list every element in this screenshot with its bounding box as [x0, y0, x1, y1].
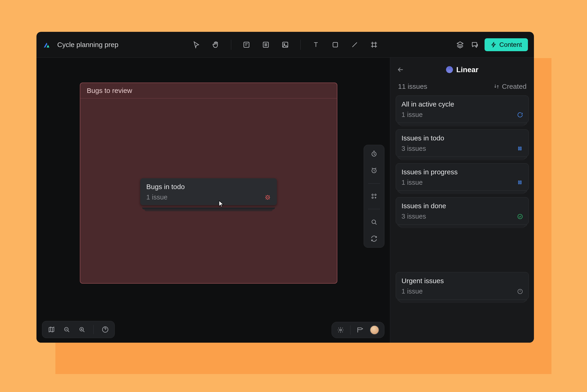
toolbar-separator: [231, 40, 231, 50]
content-button-label: Content: [499, 41, 522, 48]
svg-point-15: [340, 329, 341, 331]
alarm-icon[interactable]: [370, 167, 378, 174]
cursor-tool-icon[interactable]: [192, 40, 201, 49]
note-tool-icon[interactable]: [242, 40, 251, 49]
back-icon[interactable]: [397, 66, 404, 74]
frame-tool-icon[interactable]: [370, 40, 378, 49]
settings-user-icon[interactable]: [337, 326, 344, 334]
user-avatar[interactable]: [370, 325, 379, 334]
bottom-right-toolbar: [332, 322, 384, 338]
cursor-pointer-icon: [217, 200, 226, 208]
search-icon[interactable]: [370, 218, 378, 226]
progress-status-icon: [517, 180, 523, 186]
image-tool-icon[interactable]: [281, 40, 289, 49]
svg-point-9: [375, 194, 376, 196]
document-title[interactable]: Cycle planning prep: [57, 41, 118, 49]
issue-card[interactable]: Issues in todo 3 issues: [396, 129, 529, 157]
toolbar-separator: [94, 325, 94, 334]
app-logo-icon[interactable]: [43, 40, 51, 49]
issue-summary: 11 issues: [398, 82, 427, 90]
issue-card-title: All in active cycle: [401, 100, 523, 108]
svg-rect-16: [518, 147, 519, 150]
sort-icon: [493, 84, 499, 90]
issue-card[interactable]: Issues in done 3 issues: [396, 197, 529, 224]
issue-card-count: 1 issue: [401, 288, 423, 295]
timer-icon[interactable]: [370, 150, 378, 158]
toolbar-separator: [350, 325, 350, 334]
present-icon[interactable]: [356, 326, 364, 334]
section-title[interactable]: Bugs to review: [80, 83, 337, 98]
svg-rect-0: [244, 42, 249, 47]
svg-rect-19: [520, 181, 521, 184]
bottom-left-toolbar: [42, 321, 115, 338]
sort-label: Created: [502, 82, 526, 90]
textblock-tool-icon[interactable]: [262, 40, 270, 49]
apps-icon[interactable]: [371, 193, 377, 200]
comments-icon[interactable]: [470, 40, 480, 50]
topbar: Cycle planning prep: [37, 32, 534, 58]
line-tool-icon[interactable]: [350, 40, 359, 49]
map-icon[interactable]: [48, 326, 55, 333]
panel-title: Linear: [456, 66, 478, 74]
app-window: Cycle planning prep: [37, 32, 534, 343]
help-icon[interactable]: [102, 326, 109, 333]
canvas-card-count: 1 issue: [146, 194, 168, 201]
issue-card-title: Issues in done: [401, 202, 523, 210]
shape-tool-icon[interactable]: [331, 40, 339, 49]
issue-card[interactable]: Issues in progress 1 issue: [396, 163, 529, 191]
svg-point-20: [518, 214, 522, 219]
card-stack-shadow: [145, 209, 273, 211]
app-body: Bugs to review Bugs in todo 1 issue: [37, 58, 534, 343]
text-tool-icon[interactable]: [312, 40, 320, 49]
vertical-toolbar: [364, 145, 384, 248]
issue-card-title: Urgent issues: [401, 277, 523, 285]
issue-card-count: 1 issue: [401, 179, 423, 186]
svg-rect-18: [518, 181, 519, 184]
svg-rect-17: [520, 147, 521, 150]
cycle-status-icon: [517, 112, 523, 118]
linear-logo-icon: [446, 66, 453, 73]
vtoolbar-separator: [368, 209, 380, 209]
issue-card-count: 1 issue: [401, 111, 423, 118]
zoom-out-icon[interactable]: [63, 326, 70, 333]
card-stack-shadow: [142, 208, 275, 209]
topbar-right: Content: [455, 38, 528, 51]
done-status-icon: [517, 214, 523, 220]
vtoolbar-separator: [368, 183, 380, 184]
issue-card[interactable]: Urgent issues 1 issue: [396, 272, 529, 300]
sync-icon[interactable]: [370, 235, 378, 242]
main-toolbar: [192, 40, 378, 50]
content-button[interactable]: Content: [484, 38, 528, 51]
svg-point-11: [372, 220, 376, 224]
bug-icon: [264, 194, 271, 200]
svg-point-3: [284, 44, 285, 44]
svg-point-10: [372, 197, 373, 198]
canvas[interactable]: Bugs to review Bugs in todo 1 issue: [37, 58, 390, 343]
canvas-card-title: Bugs in todo: [146, 183, 271, 191]
toolbar-separator: [300, 40, 301, 50]
zoom-in-icon[interactable]: [78, 326, 86, 333]
issue-card-count: 3 issues: [401, 145, 426, 152]
issue-card-count: 3 issues: [401, 212, 426, 220]
issue-list-gap: [396, 231, 529, 266]
todo-status-icon: [517, 146, 523, 152]
svg-point-8: [372, 194, 373, 196]
issue-card-title: Issues in todo: [401, 134, 523, 142]
hand-tool-icon[interactable]: [212, 40, 220, 49]
svg-rect-4: [333, 42, 338, 47]
content-panel: Linear 11 issues Created All in active c…: [390, 58, 534, 343]
layers-icon[interactable]: [455, 40, 465, 50]
issue-card-title: Issues in progress: [401, 168, 523, 176]
canvas-card-bugs-in-todo[interactable]: Bugs in todo 1 issue: [140, 178, 277, 205]
sort-control[interactable]: Created: [493, 82, 526, 90]
issue-card[interactable]: All in active cycle 1 issue: [396, 96, 529, 123]
urgent-status-icon: [517, 288, 523, 294]
issue-list: All in active cycle 1 issue Issues in to…: [396, 96, 529, 337]
panel-header: Linear: [396, 63, 529, 76]
panel-subheader: 11 issues Created: [396, 82, 529, 96]
